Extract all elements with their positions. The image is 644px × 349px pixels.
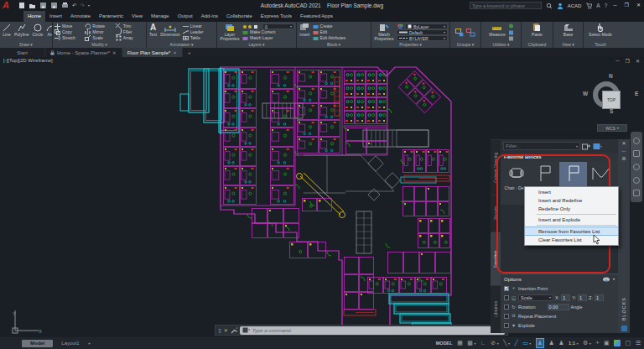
rotation-checkbox[interactable] [504, 305, 509, 310]
array-button[interactable]: Array [116, 35, 144, 41]
edit-attributes-button[interactable]: Edit Attributes [313, 35, 369, 41]
insertion-point-checkbox[interactable] [504, 286, 509, 291]
ribbon-tab-parametric[interactable]: Parametric [95, 11, 127, 22]
new-layout-button[interactable]: + [88, 341, 91, 346]
trim-button[interactable]: Trim [116, 23, 144, 29]
vp-restore-icon[interactable]: ❐ [626, 58, 630, 64]
insert-button[interactable]: Insert [299, 23, 311, 42]
close-tab-icon[interactable]: ✕ [112, 50, 117, 55]
group-icon[interactable] [455, 29, 465, 37]
help-icon[interactable]: ? [605, 2, 608, 9]
ribbon-tab-insert[interactable]: Insert [45, 11, 66, 22]
cart-icon[interactable] [585, 3, 592, 9]
chevron-down-icon[interactable]: ▾ [529, 341, 531, 346]
scale-label[interactable]: 1:1 [569, 341, 575, 346]
touch-panel-footer[interactable]: Touch [584, 42, 617, 48]
explode-checkbox[interactable] [504, 323, 509, 328]
edit-block-button[interactable]: Edit [313, 29, 369, 35]
linear-button[interactable]: Linear [183, 23, 204, 29]
line-button[interactable]: Line [2, 23, 12, 42]
search-icon[interactable] [546, 3, 553, 9]
chevron-down-icon[interactable]: ▾ [474, 341, 475, 346]
scale-z-input[interactable]: 1 [595, 294, 604, 301]
cmdline-close-icon[interactable]: ✕ [224, 327, 228, 333]
signin-user[interactable]: ACAD [568, 3, 582, 8]
scale-checkbox[interactable] [504, 295, 509, 300]
modify-panel-footer[interactable]: Modify ▾ [53, 42, 146, 48]
repeat-placement-checkbox[interactable] [504, 314, 509, 319]
scale-button[interactable]: Scale [85, 35, 113, 41]
make-current-button[interactable]: Make Current [242, 29, 294, 35]
menu-item-insert[interactable]: Insert [525, 188, 618, 196]
id-point-icon[interactable] [508, 23, 514, 29]
menu-icon[interactable]: ☰ [636, 339, 641, 347]
search-input[interactable]: Type a keyword or phrase [470, 2, 542, 9]
scale-dropdown[interactable]: Scale [518, 294, 553, 301]
cmdline-tools-icon[interactable] [231, 327, 237, 334]
ribbon-tab-express-tools[interactable]: Express Tools [257, 11, 296, 22]
block-panel-footer[interactable]: Block ▾ [297, 42, 371, 48]
base-button[interactable]: Base [563, 23, 574, 42]
restore-button[interactable]: ❐ [623, 2, 631, 9]
viewport-controls-label[interactable]: [-][Top][2D Wireframe] [3, 58, 53, 63]
palette-tab-favorites[interactable]: Favorites [491, 232, 501, 285]
file-tab-floor-plan[interactable]: Floor Plan Sample*✕ [122, 48, 183, 57]
close-button[interactable]: ✕ [635, 2, 642, 9]
paste-button[interactable]: Paste [531, 23, 543, 42]
object-snap-icon[interactable]: ╱ [514, 339, 517, 347]
text-button[interactable]: AText [148, 23, 158, 42]
polar-tracking-icon[interactable]: ⊘ [491, 339, 496, 347]
zoom-icon[interactable] [633, 164, 640, 170]
ribbon-tab-view[interactable]: View [127, 11, 147, 22]
scale-y-input[interactable]: 1 [578, 294, 587, 301]
table-button[interactable]: Table [183, 35, 204, 41]
dynamic-input-icon[interactable]: ▭ [522, 339, 528, 347]
dimension-button[interactable]: Dimension [159, 23, 181, 42]
lineweight-dropdown[interactable]: Default [397, 29, 448, 35]
polyline-button[interactable]: Polyline [13, 23, 30, 42]
menu-item-insert-and-redefine[interactable]: Insert and Redefine [525, 196, 618, 205]
autoscale-icon[interactable]: ♟ [549, 339, 554, 347]
measure-button[interactable]: Measure [488, 23, 506, 42]
draw-panel-footer[interactable]: Draw ▾ [0, 42, 52, 48]
mirror-button[interactable]: Mirror [85, 29, 113, 35]
cloud-sync-icon[interactable] [602, 276, 610, 283]
close-tab-icon[interactable]: ✕ [173, 50, 177, 55]
rotate-button[interactable]: Rotate [85, 23, 113, 29]
model-space-label[interactable]: MODEL [436, 341, 453, 346]
layer-dropdown[interactable]: 0 [262, 23, 294, 29]
menu-item-redefine-only[interactable]: Redefine Only [525, 205, 618, 213]
palette-tab-current-drawing[interactable]: Current Drawing [491, 139, 501, 195]
viewcube-south[interactable]: S [610, 108, 613, 114]
menu-item-clear-favorites-list[interactable]: Clear Favorites List [525, 236, 618, 244]
menu-item-remove-from-favorites-list[interactable]: Remove from Favorites List [525, 227, 618, 236]
palette-tab-recent[interactable]: Recent [491, 195, 501, 232]
viewcube-east[interactable]: E [635, 91, 638, 96]
arc-button[interactable]: Arc [45, 23, 52, 42]
viewcube-top-face[interactable]: TOP [602, 91, 621, 109]
match-layer-button[interactable]: Match Layer [242, 35, 294, 41]
isometric-icon[interactable]: ╲ [503, 339, 506, 347]
wcs-dropdown[interactable]: WCS▾ [597, 124, 627, 132]
ribbon-tab-add-ins[interactable]: Add-ins [197, 11, 222, 22]
options-collapse-icon[interactable]: ▾ [613, 277, 615, 281]
chevron-down-icon[interactable]: ▾ [589, 341, 591, 346]
orbit-icon[interactable] [633, 177, 640, 184]
layer-properties-button[interactable]: Layer Properties [219, 23, 241, 42]
viewcube-west[interactable]: W [583, 91, 588, 96]
ribbon-tab-home[interactable]: Home [23, 11, 45, 22]
point-style-icon[interactable] [508, 36, 514, 41]
ribbon-tab-annotate[interactable]: Annotate [66, 11, 95, 22]
command-input[interactable]: Type a command ▫ [240, 326, 505, 335]
chevron-down-icon[interactable]: ▾ [508, 341, 510, 346]
showmotion-icon[interactable] [633, 190, 640, 196]
view-panel-footer[interactable]: View ▾ [553, 42, 583, 48]
annotation-visibility-icon[interactable]: ♟ [536, 338, 544, 348]
annotation-panel-footer[interactable]: Annotation ▾ [147, 42, 216, 48]
grid-icon[interactable]: ▦ [457, 339, 463, 347]
properties-panel-footer[interactable]: Properties ▾ [371, 42, 449, 48]
chevron-down-icon[interactable]: ▾ [497, 341, 499, 346]
clipboard-panel-footer[interactable]: Clipboard [522, 42, 553, 48]
select-mode-button[interactable]: Select Mode [588, 23, 613, 42]
stretch-button[interactable]: Stretch [55, 35, 83, 41]
